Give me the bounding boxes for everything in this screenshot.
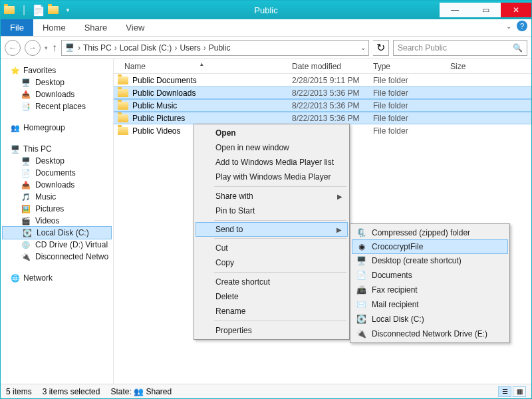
folder-icon — [118, 114, 128, 122]
sendto-fax[interactable]: 📠Fax recipient — [352, 283, 508, 297]
recent-dropdown-icon[interactable]: ▾ — [45, 45, 48, 51]
sidebar-item-pictures[interactable]: 🖼️Pictures — [1, 203, 113, 215]
qat-properties-icon[interactable]: 📄 — [33, 4, 45, 16]
minimize-button[interactable]: — — [440, 3, 470, 17]
netdrive-icon: 🔌 — [356, 329, 366, 339]
tab-share[interactable]: Share — [75, 19, 117, 36]
col-date[interactable]: Date modified — [292, 62, 373, 71]
view-icons-button[interactable]: ▦ — [513, 386, 526, 397]
sendto-disconnected[interactable]: 🔌Disconnected Network Drive (E:) — [352, 327, 508, 341]
sidebar-item-desktop-pc[interactable]: 🖥️Desktop — [1, 155, 113, 167]
help-icon[interactable]: ? — [517, 21, 527, 31]
sidebar-item-videos[interactable]: 🎬Videos — [1, 215, 113, 227]
crumb-users[interactable]: Users — [180, 43, 200, 53]
breadcrumb[interactable]: 🖥️ › This PC › Local Disk (C:) › Users ›… — [61, 40, 369, 56]
maximize-button[interactable]: ▭ — [470, 3, 501, 17]
col-name[interactable]: Name▴ — [114, 62, 292, 71]
sidebar-item-localdisk[interactable]: 💽Local Disk (C:) — [2, 226, 112, 239]
row-type: File folder — [373, 114, 450, 123]
sidebar-network[interactable]: 🌐Network — [1, 272, 113, 284]
menu-send-to[interactable]: Send to▶ — [196, 222, 348, 237]
table-row[interactable]: Public Pictures8/22/2013 5:36 PMFile fol… — [114, 112, 531, 124]
menu-open[interactable]: Open — [196, 126, 348, 140]
sendto-zip[interactable]: 🗜️Compressed (zipped) folder — [352, 225, 508, 240]
table-row[interactable]: Public Music8/22/2013 5:36 PMFile folder — [114, 99, 531, 112]
sidebar-item-downloads[interactable]: 📥Downloads — [1, 88, 113, 100]
search-input[interactable]: Search Public 🔍 — [393, 40, 527, 56]
menu-properties[interactable]: Properties — [196, 323, 348, 338]
menu-copy[interactable]: Copy — [196, 255, 348, 270]
sendto-desktop[interactable]: 🖥️Desktop (create shortcut) — [352, 253, 508, 268]
menu-create-shortcut[interactable]: Create shortcut — [196, 275, 348, 289]
sidebar: ⭐Favorites 🖥️Desktop 📥Downloads 📑Recent … — [1, 59, 114, 384]
titlebar[interactable]: | 📄 ▼ Public — ▭ ✕ — [1, 1, 531, 19]
zip-icon: 🗜️ — [356, 227, 366, 238]
crumb-localdisk[interactable]: Local Disk (C:) — [120, 43, 172, 53]
status-selected: 3 items selected — [43, 387, 100, 396]
menu-play-wmp[interactable]: Play with Windows Media Player — [196, 170, 348, 184]
cd-icon: 💿 — [21, 239, 31, 250]
disk-icon: 💽 — [356, 314, 366, 325]
tab-view[interactable]: View — [116, 19, 154, 36]
desktop-icon: 🖥️ — [21, 77, 31, 88]
fax-icon: 📠 — [356, 285, 366, 295]
tab-home[interactable]: Home — [33, 19, 75, 36]
up-button[interactable]: ↑ — [52, 42, 57, 54]
qat-newfolder-icon[interactable] — [47, 4, 59, 16]
sidebar-item-music[interactable]: 🎵Music — [1, 191, 113, 203]
menu-pin-start[interactable]: Pin to Start — [196, 203, 348, 218]
sidebar-item-cddrive[interactable]: 💿CD Drive (D:) Virtual — [1, 239, 113, 251]
ribbon-tabs: File Home Share View ⌄ ? — [1, 19, 531, 37]
pictures-icon: 🖼️ — [21, 203, 31, 214]
row-date: 8/22/2013 5:36 PM — [292, 88, 373, 98]
col-type[interactable]: Type — [373, 62, 450, 71]
sidebar-item-downloads-pc[interactable]: 📥Downloads — [1, 179, 113, 191]
menu-rename[interactable]: Rename — [196, 304, 348, 319]
sendto-localdisk[interactable]: 💽Local Disk (C:) — [352, 312, 508, 327]
close-button[interactable]: ✕ — [501, 3, 531, 17]
ribbon-expand-icon[interactable]: ⌄ — [506, 23, 511, 30]
pc-icon: 🖥️ — [10, 144, 21, 154]
menu-open-new-window[interactable]: Open in new window — [196, 140, 348, 155]
col-size[interactable]: Size — [450, 62, 490, 71]
downloads-icon: 📥 — [21, 180, 31, 190]
sidebar-item-disconnected[interactable]: 🔌Disconnected Netwo — [1, 251, 113, 263]
chevron-right-icon: › — [76, 43, 82, 53]
folder-icon — [118, 102, 128, 110]
view-details-button[interactable]: ☰ — [498, 386, 511, 397]
back-button[interactable]: ← — [5, 40, 21, 56]
statusbar: 5 items 3 items selected State: 👥 Shared… — [1, 384, 531, 398]
menu-separator — [214, 321, 346, 321]
table-row[interactable]: Public Downloads8/22/2013 5:36 PMFile fo… — [114, 86, 531, 99]
menu-share-with[interactable]: Share with▶ — [196, 189, 348, 203]
sidebar-item-desktop[interactable]: 🖥️Desktop — [1, 76, 113, 88]
chevron-right-icon: › — [113, 43, 118, 53]
menu-delete[interactable]: Delete — [196, 289, 348, 304]
breadcrumb-dropdown-icon[interactable]: ⌄ — [360, 44, 366, 51]
menu-add-wmp[interactable]: Add to Windows Media Player list — [196, 155, 348, 170]
row-date: 8/22/2013 5:36 PM — [292, 114, 373, 123]
sidebar-item-recent[interactable]: 📑Recent places — [1, 100, 113, 112]
forward-button[interactable]: → — [25, 40, 41, 56]
documents-icon: 📄 — [21, 168, 31, 178]
folder-icon — [118, 76, 128, 84]
menu-cut[interactable]: Cut — [196, 241, 348, 255]
sidebar-homegroup[interactable]: 👥Homegroup — [1, 122, 113, 134]
table-row[interactable]: Public Documents2/28/2015 9:11 PMFile fo… — [114, 74, 531, 86]
qat-dropdown-icon[interactable]: ▼ — [62, 4, 74, 16]
file-tab[interactable]: File — [1, 19, 33, 36]
crumb-public[interactable]: Public — [209, 43, 231, 53]
sidebar-item-documents[interactable]: 📄Documents — [1, 167, 113, 179]
sendto-crococrypt[interactable]: ◉CrococryptFile — [352, 239, 508, 254]
sidebar-favorites[interactable]: ⭐Favorites — [1, 65, 113, 76]
sidebar-thispc[interactable]: 🖥️This PC — [1, 143, 113, 155]
column-headers[interactable]: Name▴ Date modified Type Size — [114, 59, 531, 74]
sendto-mail[interactable]: ✉️Mail recipient — [352, 297, 508, 312]
sendto-documents[interactable]: 📄Documents — [352, 268, 508, 283]
recent-icon: 📑 — [21, 101, 31, 112]
network-icon: 🌐 — [10, 273, 21, 283]
refresh-button[interactable]: ↻ — [373, 40, 389, 56]
crumb-thispc[interactable]: This PC — [83, 43, 112, 53]
sendto-submenu: 🗜️Compressed (zipped) folder ◉Crococrypt… — [350, 223, 510, 343]
folder-icon — [118, 89, 128, 97]
